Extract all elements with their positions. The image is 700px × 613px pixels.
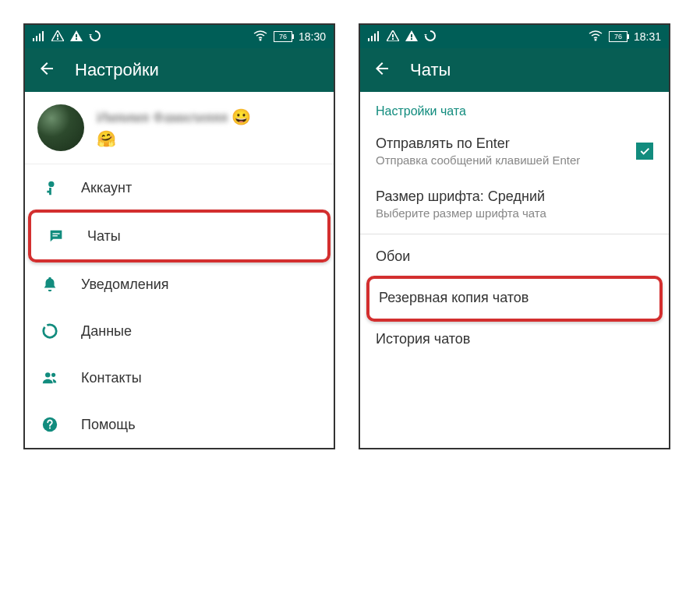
profile-name: Имяимя Фамилияяя 😀 🤗 [97, 107, 251, 148]
data-icon [41, 322, 59, 340]
setting-enter-send[interactable]: Отправлять по Enter Отправка сообщений к… [360, 125, 669, 178]
svg-rect-0 [33, 38, 34, 41]
svg-rect-7 [76, 38, 77, 40]
key-icon [41, 178, 59, 197]
setting-title: Обои [376, 248, 653, 265]
svg-point-8 [259, 38, 261, 41]
svg-rect-9 [52, 233, 59, 234]
menu-item-chats[interactable]: Чаты [28, 210, 331, 262]
svg-point-12 [45, 372, 50, 377]
app-bar: Настройки [25, 48, 334, 92]
svg-rect-5 [57, 38, 58, 40]
setting-subtitle: Выберите размер шрифта чата [376, 206, 653, 220]
menu-label: Аккаунт [81, 180, 132, 196]
setting-backup[interactable]: Резервная копия чатов [366, 276, 663, 322]
menu-label: Контакты [81, 370, 142, 386]
svg-rect-23 [411, 38, 412, 40]
battery-icon: 76 [609, 31, 628, 42]
svg-point-24 [594, 38, 596, 41]
checkbox-checked-icon[interactable] [636, 143, 653, 160]
chats-settings-screen: 76 18:31 Чаты Настройки чата Отправлять … [359, 23, 670, 449]
status-bar: 76 18:31 [360, 25, 669, 48]
menu-item-help[interactable]: Помощь [25, 401, 334, 448]
setting-history[interactable]: История чатов [360, 320, 669, 360]
svg-rect-4 [57, 34, 58, 37]
chat-icon [47, 227, 65, 245]
contacts-icon [41, 368, 59, 387]
svg-point-13 [51, 373, 55, 377]
signal-icon [33, 30, 45, 44]
setting-title: История чатов [376, 331, 653, 347]
setting-subtitle: Отправка сообщений клавишей Enter [376, 153, 653, 167]
menu-item-notifications[interactable]: Уведомления [25, 261, 334, 308]
menu-item-account[interactable]: Аккаунт [25, 164, 334, 211]
menu-item-contacts[interactable]: Контакты [25, 354, 334, 401]
svg-rect-16 [368, 38, 369, 41]
svg-rect-18 [374, 33, 376, 41]
svg-rect-6 [76, 34, 77, 37]
warning-icon [70, 30, 83, 44]
section-header: Настройки чата [360, 92, 669, 125]
page-title: Чаты [410, 60, 451, 80]
setting-wallpaper[interactable]: Обои [360, 238, 669, 277]
menu-label: Чаты [87, 228, 121, 245]
svg-rect-2 [39, 33, 41, 41]
status-time: 18:31 [634, 30, 661, 43]
svg-rect-10 [52, 235, 57, 236]
back-icon[interactable] [37, 59, 56, 81]
svg-rect-17 [371, 36, 373, 41]
svg-point-11 [44, 325, 57, 338]
app-bar: Чаты [360, 48, 669, 92]
svg-rect-19 [377, 31, 379, 41]
svg-rect-21 [392, 38, 394, 40]
back-icon[interactable] [373, 59, 391, 81]
menu-label: Данные [81, 323, 132, 340]
menu-item-data[interactable]: Данные [25, 308, 334, 354]
setting-title: Отправлять по Enter [376, 136, 653, 152]
menu-label: Уведомления [81, 277, 169, 293]
profile-row[interactable]: Имяимя Фамилияяя 😀 🤗 [25, 92, 334, 164]
page-title: Настройки [75, 60, 159, 80]
sync-icon [424, 30, 437, 44]
signal-icon [368, 30, 380, 44]
divider [360, 234, 669, 234]
sync-icon [89, 30, 101, 44]
settings-screen: 76 18:30 Настройки Имяимя Фамилияяя 😀 🤗 … [23, 23, 335, 449]
bell-icon [41, 275, 59, 294]
setting-title: Резервная копия чатов [379, 290, 650, 306]
help-icon [41, 415, 59, 434]
wifi-icon [589, 30, 603, 44]
battery-icon: 76 [274, 31, 292, 42]
avatar [37, 104, 84, 151]
menu-label: Помощь [81, 417, 136, 433]
svg-rect-22 [411, 34, 412, 37]
warning-icon [405, 30, 418, 44]
svg-rect-20 [392, 34, 394, 37]
setting-font-size[interactable]: Размер шрифта: Средний Выберите размер ш… [360, 178, 669, 231]
svg-rect-3 [42, 31, 44, 41]
warning-icon [387, 30, 399, 44]
setting-title: Размер шрифта: Средний [376, 188, 653, 205]
wifi-icon [253, 30, 267, 44]
status-time: 18:30 [299, 30, 326, 43]
status-bar: 76 18:30 [25, 25, 334, 48]
svg-rect-1 [36, 36, 37, 41]
svg-point-15 [49, 427, 51, 428]
warning-icon [51, 30, 64, 44]
